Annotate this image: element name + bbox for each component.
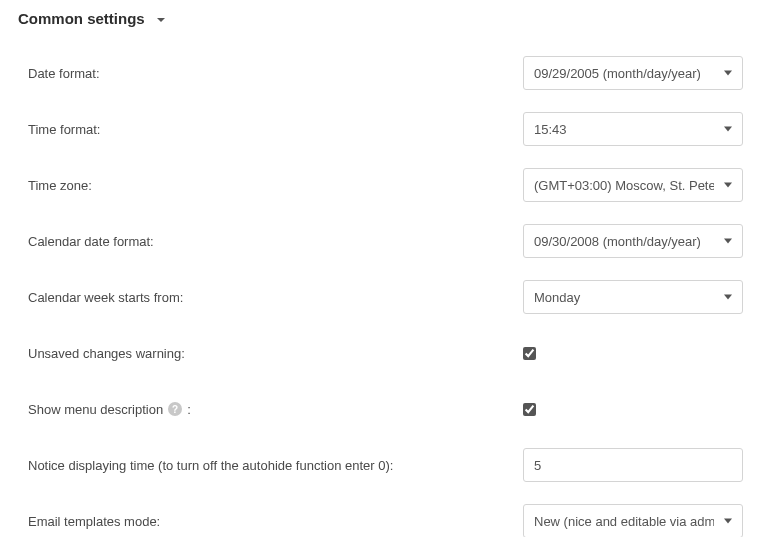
label-notice-time: Notice displaying time (to turn off the … — [28, 458, 523, 473]
select-date-format-wrap: 09/29/2005 (month/day/year) — [523, 56, 743, 90]
label-show-menu-description-colon: : — [187, 402, 191, 417]
row-calendar-date-format: Calendar date format: 09/30/2008 (month/… — [18, 223, 744, 259]
row-show-menu-description: Show menu description ? : — [18, 391, 744, 427]
checkbox-unsaved-warning-wrap — [523, 347, 536, 360]
row-calendar-week-start: Calendar week starts from: Monday — [18, 279, 744, 315]
caret-down-icon — [157, 18, 165, 22]
row-unsaved-warning: Unsaved changes warning: — [18, 335, 744, 371]
checkbox-unsaved-warning[interactable] — [523, 347, 536, 360]
select-calendar-date-format[interactable]: 09/30/2008 (month/day/year) — [523, 224, 743, 258]
select-time-format[interactable]: 15:43 — [523, 112, 743, 146]
select-time-zone[interactable]: (GMT+03:00) Moscow, St. Peter — [523, 168, 743, 202]
label-show-menu-description: Show menu description ? : — [28, 402, 523, 417]
label-time-zone: Time zone: — [28, 178, 523, 193]
label-show-menu-description-text: Show menu description — [28, 402, 163, 417]
row-notice-time: Notice displaying time (to turn off the … — [18, 447, 744, 483]
label-calendar-week-start: Calendar week starts from: — [28, 290, 523, 305]
section-title: Common settings — [18, 10, 145, 27]
select-date-format[interactable]: 09/29/2005 (month/day/year) — [523, 56, 743, 90]
label-unsaved-warning: Unsaved changes warning: — [28, 346, 523, 361]
checkbox-show-menu-description[interactable] — [523, 403, 536, 416]
select-calendar-week-start-wrap: Monday — [523, 280, 743, 314]
select-email-templates-mode-wrap: New (nice and editable via adm — [523, 504, 743, 537]
row-date-format: Date format: 09/29/2005 (month/day/year) — [18, 55, 744, 91]
label-calendar-date-format: Calendar date format: — [28, 234, 523, 249]
select-calendar-date-format-wrap: 09/30/2008 (month/day/year) — [523, 224, 743, 258]
section-header[interactable]: Common settings — [18, 10, 744, 27]
row-time-format: Time format: 15:43 — [18, 111, 744, 147]
checkbox-show-menu-description-wrap — [523, 403, 536, 416]
select-calendar-week-start[interactable]: Monday — [523, 280, 743, 314]
select-email-templates-mode[interactable]: New (nice and editable via adm — [523, 504, 743, 537]
label-date-format: Date format: — [28, 66, 523, 81]
select-time-format-wrap: 15:43 — [523, 112, 743, 146]
row-time-zone: Time zone: (GMT+03:00) Moscow, St. Peter — [18, 167, 744, 203]
input-notice-time[interactable] — [523, 448, 743, 482]
help-icon[interactable]: ? — [168, 402, 182, 416]
select-time-zone-wrap: (GMT+03:00) Moscow, St. Peter — [523, 168, 743, 202]
row-email-templates-mode: Email templates mode: New (nice and edit… — [18, 503, 744, 537]
label-email-templates-mode: Email templates mode: — [28, 514, 523, 529]
label-time-format: Time format: — [28, 122, 523, 137]
